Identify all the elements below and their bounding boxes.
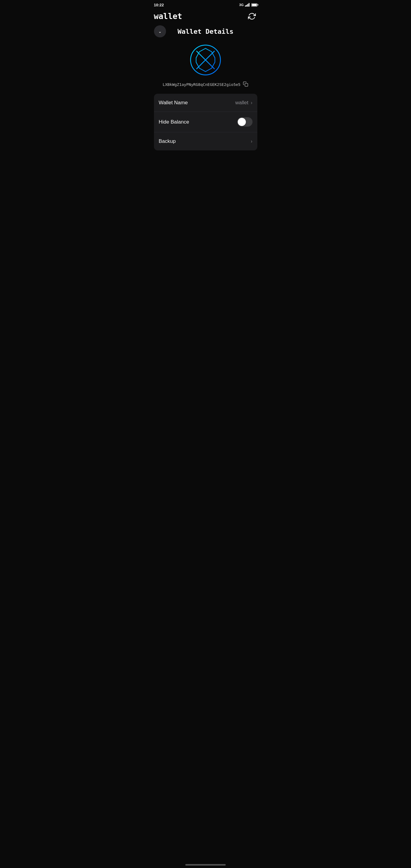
top-nav: wallet — [149, 8, 262, 25]
page-content: ⌄ Wallet Details LXBkWgZ1ayPNyRG8qC — [149, 25, 262, 150]
copy-icon[interactable] — [243, 82, 248, 88]
svg-rect-6 — [245, 84, 248, 87]
hide-balance-toggle[interactable] — [237, 117, 253, 127]
battery-icon — [251, 3, 257, 7]
wallet-name-value: wallet — [235, 100, 248, 106]
backup-label: Backup — [159, 138, 176, 144]
header-row: ⌄ Wallet Details — [154, 25, 257, 37]
chevron-right-icon: › — [251, 100, 252, 105]
backup-item[interactable]: Backup › — [154, 132, 257, 150]
copy-svg-icon — [243, 82, 248, 87]
wallet-name-right: wallet › — [235, 100, 253, 106]
wallet-name-item[interactable]: Wallet Name wallet › — [154, 94, 257, 112]
back-button[interactable]: ⌄ — [154, 25, 166, 37]
status-icons: 3G — [239, 3, 257, 7]
status-time: 10:22 — [154, 3, 164, 7]
refresh-button[interactable] — [247, 11, 257, 22]
hide-balance-item[interactable]: Hide Balance — [154, 112, 257, 132]
address-text: LXBkWgZ1ayPNyRG8qCnEGEK2SE2gio5e5 — [163, 82, 241, 87]
wallet-address: LXBkWgZ1ayPNyRG8qCnEGEK2SE2gio5e5 — [163, 82, 248, 88]
chevron-down-icon: ⌄ — [158, 29, 162, 34]
status-bar: 10:22 3G — [149, 0, 262, 8]
wallet-name-label: Wallet Name — [159, 100, 188, 106]
refresh-icon — [248, 12, 256, 20]
page-title: Wallet Details — [166, 28, 245, 35]
settings-list: Wallet Name wallet › Hide Balance Backup… — [154, 94, 257, 150]
backup-chevron-icon: › — [251, 138, 252, 144]
network-indicator: 3G — [239, 3, 244, 7]
backup-right: › — [251, 138, 252, 144]
wallet-logo-image — [189, 43, 222, 76]
signal-bars — [245, 3, 250, 7]
toggle-knob — [238, 118, 246, 126]
hide-balance-label: Hide Balance — [159, 119, 189, 125]
app-title: wallet — [154, 12, 182, 21]
wallet-logo-container: LXBkWgZ1ayPNyRG8qCnEGEK2SE2gio5e5 — [154, 43, 257, 88]
hide-balance-right — [237, 117, 253, 127]
